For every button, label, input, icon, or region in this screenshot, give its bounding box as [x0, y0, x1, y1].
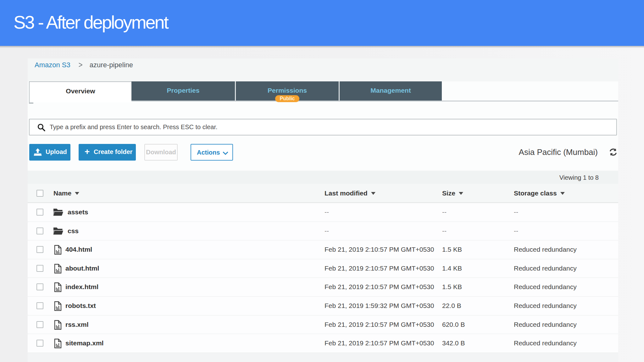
table-row-index.html: index.htmlFeb 21, 2019 2:10:57 PM GMT+05… — [28, 278, 618, 297]
column-header-last-modified[interactable]: Last modified — [325, 184, 375, 202]
sort-caret-icon — [560, 192, 565, 195]
tab-overview[interactable]: Overview — [29, 81, 131, 102]
breadcrumb: Amazon S3 > azure-pipeline — [35, 58, 133, 72]
object-name[interactable]: 404.html — [65, 240, 92, 259]
column-header-name[interactable]: Name — [53, 184, 79, 202]
table-row-robots.txt: robots.txtFeb 21, 2019 1:59:32 PM GMT+05… — [28, 297, 618, 315]
file-icon — [53, 338, 64, 348]
object-storage-class: -- — [514, 222, 518, 240]
row-checkbox[interactable] — [36, 228, 43, 234]
breadcrumb-current-bucket: azure-pipeline — [90, 58, 133, 72]
object-storage-class: Reduced redundancy — [514, 259, 577, 277]
object-name[interactable]: rss.xml — [65, 315, 89, 334]
download-button[interactable]: Download — [144, 144, 178, 161]
sort-caret-icon — [371, 192, 375, 195]
object-name[interactable]: about.html — [65, 259, 99, 277]
object-last-modified: Feb 21, 2019 2:10:57 PM GMT+0530 — [325, 334, 434, 352]
object-size: 1.5 KB — [442, 240, 462, 259]
viewing-row: Viewing 1 to 8 — [28, 171, 618, 184]
table-row-rss.xml: rss.xmlFeb 21, 2019 2:10:57 PM GMT+05306… — [28, 315, 618, 334]
object-name[interactable]: index.html — [65, 278, 98, 296]
object-name[interactable]: robots.txt — [65, 297, 96, 315]
table-footer-area — [28, 353, 618, 362]
file-icon — [53, 264, 64, 274]
object-size: 1.5 KB — [442, 278, 462, 296]
upload-button[interactable]: Upload — [29, 144, 70, 161]
title-bar-shadow — [0, 46, 644, 48]
object-storage-class: Reduced redundancy — [514, 278, 577, 296]
actions-button[interactable]: Actions — [191, 144, 233, 161]
table-row-sitemap.xml: sitemap.xmlFeb 21, 2019 2:10:57 PM GMT+0… — [28, 334, 618, 353]
search-icon — [37, 123, 46, 132]
object-list: assets------css------404.htmlFeb 21, 201… — [28, 203, 618, 353]
object-name[interactable]: sitemap.xml — [65, 334, 103, 352]
object-last-modified: -- — [325, 222, 329, 240]
tab-management-label: Management — [340, 87, 442, 94]
object-size: 342.0 B — [442, 334, 465, 352]
sort-caret-icon — [459, 192, 463, 195]
tab-management[interactable]: Management — [339, 81, 442, 101]
tab-permissions[interactable]: Permissions Public — [235, 81, 339, 101]
column-header-storage-class[interactable]: Storage class — [514, 184, 565, 202]
object-size: 620.0 B — [442, 315, 465, 334]
object-last-modified: Feb 21, 2019 2:10:57 PM GMT+0530 — [325, 259, 434, 277]
file-icon — [53, 320, 64, 330]
folder-icon — [53, 207, 64, 217]
file-icon — [53, 245, 64, 255]
actions-button-label: Actions — [197, 149, 220, 156]
create-folder-button[interactable]: + Create folder — [79, 144, 136, 161]
row-checkbox[interactable] — [36, 246, 43, 253]
file-icon — [53, 282, 64, 292]
object-last-modified: Feb 21, 2019 2:10:57 PM GMT+0530 — [325, 315, 434, 334]
object-last-modified: Feb 21, 2019 2:10:57 PM GMT+0530 — [325, 278, 434, 296]
file-icon — [53, 301, 64, 311]
refresh-icon[interactable] — [609, 148, 618, 156]
upload-button-label: Upload — [46, 148, 67, 156]
row-checkbox[interactable] — [36, 209, 43, 216]
breadcrumb-link-amazon-s3[interactable]: Amazon S3 — [35, 58, 70, 72]
row-checkbox[interactable] — [36, 302, 43, 309]
slide-title: S3 - After deployment — [14, 13, 168, 31]
create-folder-button-label: Create folder — [94, 148, 132, 156]
column-header-size[interactable]: Size — [442, 184, 463, 202]
table-row-css: css------ — [28, 222, 618, 241]
row-checkbox[interactable] — [36, 265, 43, 272]
tab-permissions-label: Permissions — [236, 87, 339, 94]
chevron-down-icon — [222, 151, 229, 155]
sort-caret-icon — [75, 192, 79, 195]
table-header: Name Last modified Size Storage class — [28, 184, 618, 203]
object-last-modified: -- — [325, 203, 329, 221]
search-field[interactable] — [50, 119, 613, 135]
object-size: -- — [442, 222, 447, 240]
s3-console-screenshot: Amazon S3 > azure-pipeline Overview Prop… — [28, 58, 618, 362]
select-all-checkbox[interactable] — [36, 190, 43, 197]
plus-icon: + — [85, 147, 90, 157]
row-checkbox[interactable] — [36, 283, 43, 290]
breadcrumb-separator: > — [79, 57, 83, 73]
row-checkbox[interactable] — [36, 321, 43, 328]
object-name[interactable]: assets — [68, 203, 88, 221]
object-name[interactable]: css — [68, 222, 79, 240]
folder-icon — [53, 226, 64, 236]
region-label: Asia Pacific (Mumbai) — [519, 147, 598, 157]
table-row-404.html: 404.htmlFeb 21, 2019 2:10:57 PM GMT+0530… — [28, 240, 618, 259]
tab-bar: Overview Properties Permissions Public M… — [28, 81, 618, 101]
object-storage-class: Reduced redundancy — [514, 315, 577, 334]
object-storage-class: -- — [514, 203, 518, 221]
object-size: 22.0 B — [442, 297, 461, 315]
object-size: -- — [442, 203, 447, 221]
row-checkbox[interactable] — [36, 340, 43, 347]
tab-bar-baseline — [131, 101, 618, 101]
upload-icon — [33, 148, 42, 157]
toolbar: Upload + Create folder Download Actions … — [28, 144, 618, 161]
tab-properties[interactable]: Properties — [131, 81, 235, 101]
search-input[interactable] — [29, 119, 617, 135]
object-storage-class: Reduced redundancy — [514, 297, 577, 315]
table-row-about.html: about.htmlFeb 21, 2019 2:10:57 PM GMT+05… — [28, 259, 618, 278]
object-size: 1.4 KB — [442, 259, 462, 277]
tab-properties-label: Properties — [131, 87, 235, 94]
download-button-label: Download — [146, 149, 176, 156]
public-badge: Public — [275, 95, 299, 102]
object-storage-class: Reduced redundancy — [514, 240, 577, 259]
object-storage-class: Reduced redundancy — [514, 334, 577, 352]
